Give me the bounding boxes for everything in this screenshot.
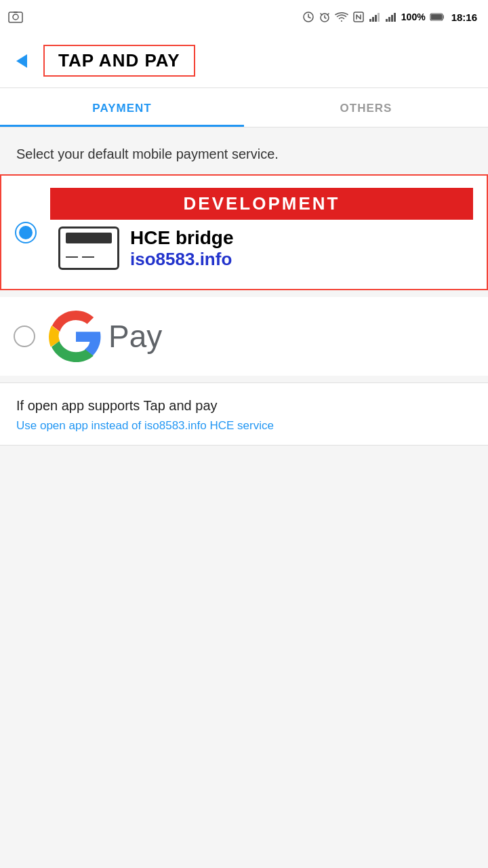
google-g-icon: [49, 309, 103, 363]
battery-icon: [430, 13, 445, 21]
svg-rect-11: [388, 17, 390, 22]
wifi-icon: [335, 12, 348, 22]
google-pay-item[interactable]: Pay: [0, 297, 488, 376]
svg-rect-15: [431, 14, 442, 20]
battery-percentage: 100%: [401, 12, 426, 22]
open-app-item[interactable]: If open app supports Tap and pay Use ope…: [0, 382, 488, 446]
back-button[interactable]: [11, 49, 33, 73]
status-bar-right: 100% 18:16: [302, 11, 477, 23]
hce-radio-button[interactable]: [15, 222, 37, 243]
hce-bridge-item[interactable]: DEVELOPMENT — — HCE bridge iso8583.info: [0, 174, 488, 290]
signal1-icon: [369, 12, 381, 22]
hce-text-col: HCE bridge iso8583.info: [130, 227, 233, 270]
open-app-subtitle: Use open app instead of iso8583.info HCE…: [16, 419, 472, 433]
back-arrow-icon: [16, 54, 27, 68]
tab-others[interactable]: OTHERS: [244, 88, 488, 127]
hce-dev-banner: DEVELOPMENT: [50, 188, 473, 220]
hce-info-row: — — HCE bridge iso8583.info: [50, 220, 473, 277]
google-pay-logo: Pay: [49, 309, 162, 363]
hce-dev-text: DEVELOPMENT: [184, 193, 340, 214]
photo-icon: [8, 11, 23, 23]
svg-rect-2: [14, 12, 18, 13]
google-pay-text: Pay: [108, 318, 162, 355]
tab-payment[interactable]: PAYMENT: [0, 88, 244, 127]
svg-rect-10: [386, 19, 388, 22]
clock: 18:16: [451, 12, 477, 23]
toolbar-title-box: TAP AND PAY: [43, 45, 195, 77]
svg-rect-6: [369, 19, 371, 22]
svg-rect-7: [372, 17, 374, 22]
sync-icon: [302, 11, 314, 23]
hce-card: DEVELOPMENT — — HCE bridge iso8583.info: [50, 188, 473, 277]
gpay-radio-button[interactable]: [14, 326, 35, 347]
svg-rect-8: [375, 15, 377, 22]
hce-subtitle: iso8583.info: [130, 249, 233, 270]
signal2-icon: [385, 12, 397, 22]
nfc-icon: [352, 11, 365, 23]
status-bar-left: [8, 11, 23, 23]
status-bar: 100% 18:16: [0, 0, 488, 34]
open-app-title: If open app supports Tap and pay: [16, 398, 472, 414]
tabs-container: PAYMENT OTHERS: [0, 88, 488, 127]
svg-rect-12: [391, 15, 393, 22]
svg-rect-13: [394, 13, 396, 22]
svg-point-1: [13, 14, 18, 20]
card-dots: — —: [66, 250, 112, 264]
card-stripe: [66, 233, 112, 243]
radio-selected-indicator: [19, 226, 33, 239]
main-content: Select your default mobile payment servi…: [0, 127, 488, 446]
svg-rect-9: [378, 13, 380, 22]
credit-card-icon: — —: [58, 226, 119, 270]
page-title: TAP AND PAY: [58, 50, 180, 71]
alarm-icon: [319, 11, 331, 23]
hce-title: HCE bridge: [130, 227, 233, 249]
section-description: Select your default mobile payment servi…: [0, 127, 488, 174]
toolbar: TAP AND PAY: [0, 34, 488, 88]
